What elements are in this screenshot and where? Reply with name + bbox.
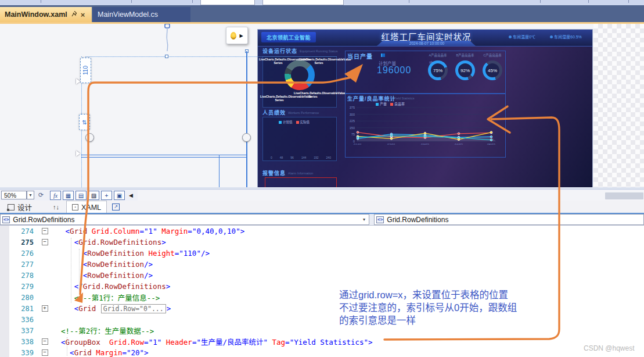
- dashboard-logo: 北京领航工业智能: [261, 32, 316, 42]
- popout-icon: ↗: [112, 204, 120, 210]
- margin-anchor-icon[interactable]: [163, 24, 171, 53]
- toolbar-separator: [409, 0, 409, 3]
- breadcrumb-left[interactable]: <> Grid.RowDefinitions ▾: [0, 214, 369, 225]
- gauge-b: 92%: [455, 60, 475, 80]
- fold-toggle-icon[interactable]: −: [42, 228, 48, 234]
- code-line[interactable]: 274− <Grid Grid.Column="1" Margin="0,40,…: [0, 226, 644, 237]
- code-line[interactable]: 278 <RowDefinition/>: [0, 270, 644, 281]
- bar-chart-icon: [381, 53, 385, 57]
- designer-toolbar: 50% ▼ ⟳ fx ▦ ▤ ▨ + ▣ ◀: [0, 189, 644, 201]
- selection-handle[interactable]: [165, 55, 168, 58]
- workers-panel-title: 人员绩效: [262, 109, 286, 116]
- editor-view-tabs: 设计 ↑↓ ▪ XAML ↗: [0, 201, 644, 213]
- series-label: LiveCharts.Defaults.ObservableValueSerie…: [259, 58, 297, 65]
- selection-top-dotted-line: [85, 56, 337, 57]
- code-line[interactable]: 275− <Grid.RowDefinitions>: [0, 237, 644, 248]
- zoom-level-combo[interactable]: 50%: [1, 191, 27, 199]
- indent-guide: [67, 337, 67, 356]
- indent-guide: [71, 238, 71, 303]
- gridline-adorner-circle[interactable]: [85, 133, 94, 142]
- fold-toggle-icon[interactable]: −: [42, 338, 48, 345]
- breadcrumb-right-label: Grid.RowDefinitions: [387, 216, 448, 224]
- legend-swatch: [279, 121, 282, 124]
- toolbar-separator: [41, 0, 41, 3]
- wpf-dashboard-preview[interactable]: 北京领航工业智能 红塔工厂车间实时状况 2024-08-07 10:00:00 …: [257, 29, 593, 189]
- fx-button[interactable]: fx: [50, 191, 61, 200]
- toolbar-separator: [588, 0, 589, 3]
- dashboard-date-banner: 2024-08-07 10:00:00: [377, 41, 476, 46]
- annotation-note: 通过grid.row=x，来设置位于表格的位置不过要注意的，索引标号从0开始，跟…: [339, 288, 554, 327]
- svg-text:75: 75: [351, 133, 355, 136]
- grid-row-line: [81, 157, 247, 158]
- gauge-a-label: A产品良品率: [424, 53, 451, 58]
- xaml-view-icon: ▪: [72, 204, 78, 210]
- fold-toggle-icon[interactable]: −: [42, 349, 48, 356]
- alarm-panel-subtitle: Alarm Information: [288, 172, 313, 175]
- breadcrumb-right[interactable]: <> Grid.RowDefinitions: [374, 214, 644, 225]
- droplet-icon: [550, 35, 553, 38]
- toolbar-combo-2[interactable]: [262, 0, 344, 5]
- designer-hscrollbar-thumb[interactable]: [605, 192, 643, 199]
- workers-x-axis: 04896144192240: [271, 156, 331, 159]
- swap-panes-button[interactable]: ↑↓: [48, 201, 64, 213]
- svg-text:150: 150: [350, 126, 355, 130]
- toolbar-separator: [628, 0, 629, 3]
- design-surface: 北京领航工业智能 红塔工厂车间实时状况 2024-08-07 10:00:00 …: [0, 24, 644, 189]
- xml-tag-icon: <>: [376, 216, 384, 223]
- gauge-b-label: B产品良品率: [452, 53, 478, 58]
- workers-legend: 计划值实际值: [275, 120, 310, 124]
- svg-text:225: 225: [350, 119, 355, 123]
- xaml-breadcrumb-row: <> Grid.RowDefinitions ▾ <> Grid.RowDefi…: [0, 214, 644, 226]
- document-tab-strip: MainWindow.xaml × MainViewModel.cs: [0, 5, 644, 22]
- tab-mainwindow-xaml[interactable]: MainWindow.xaml ×: [0, 7, 92, 22]
- grid-marker-triangle[interactable]: [76, 78, 80, 84]
- fold-toggle-icon[interactable]: +: [42, 305, 48, 312]
- toolbar-separator: [192, 0, 193, 3]
- snap-grid-button[interactable]: ▨: [88, 191, 99, 200]
- row-splitter-icon[interactable]: ⇅: [79, 114, 90, 130]
- close-icon[interactable]: ×: [81, 11, 85, 19]
- tab-xaml-view[interactable]: ▪ XAML: [66, 201, 107, 213]
- svg-text:375: 375: [350, 106, 355, 109]
- grid-options-button[interactable]: ▤: [75, 191, 87, 200]
- refresh-icon[interactable]: ⟳: [38, 191, 44, 199]
- popout-editor-button[interactable]: ↗: [107, 201, 125, 213]
- legend-swatch: [296, 121, 299, 124]
- grid-marker-triangle[interactable]: [76, 151, 80, 156]
- designer-hscrollbar-track[interactable]: [138, 190, 644, 201]
- series-label: LiveCharts.Defaults.ObservableValueSerie…: [300, 58, 338, 65]
- tab-label: MainViewModel.cs: [98, 10, 158, 19]
- code-line[interactable]: 339− <Grid Margin="20">: [0, 347, 644, 357]
- today-panel-title: 当日产量: [347, 52, 373, 60]
- env-temperature: 车间温度0℃: [509, 34, 535, 40]
- toolbar-separator: [540, 0, 541, 3]
- gauge-a: 75%: [428, 60, 448, 80]
- zoom-dropdown-arrow[interactable]: ▼: [27, 191, 34, 199]
- env-humidity: 车间湿度60.5%: [550, 34, 582, 40]
- code-line[interactable]: 276 <RowDefinition Height="110"/>: [0, 248, 644, 259]
- code-line[interactable]: 277 <RowDefinition/>: [0, 259, 644, 270]
- breadcrumb-dropdown-arrow[interactable]: ▾: [363, 217, 365, 222]
- svg-text:04/02: 04/02: [455, 143, 463, 145]
- artboard-transparency-checker: [593, 24, 644, 187]
- tab-design-view[interactable]: 设计: [2, 201, 37, 213]
- quick-actions-popup[interactable]: ▶: [226, 27, 248, 44]
- code-line[interactable]: 338− <GroupBox Grid.Row="1" Header="生产量/…: [0, 336, 644, 347]
- fold-toggle-icon[interactable]: −: [42, 239, 48, 245]
- toolbar-combo-1[interactable]: [200, 0, 255, 5]
- artboard-button[interactable]: ▣: [114, 191, 125, 200]
- pin-icon[interactable]: [71, 11, 77, 18]
- xml-tag-icon: <>: [2, 216, 10, 223]
- equipment-panel-title: 设备运行状态: [262, 47, 297, 55]
- design-view-icon: [8, 204, 15, 210]
- tab-mainviewmodel-cs[interactable]: MainViewModel.cs: [93, 7, 190, 22]
- row-height-adorner[interactable]: 110: [80, 58, 91, 83]
- workers-panel-subtitle: Workers Performance: [288, 111, 319, 115]
- gridline-adorner-circle[interactable]: [242, 133, 251, 142]
- selection-right-edge: [246, 51, 247, 187]
- collapse-panel-arrow[interactable]: ◀: [129, 192, 133, 198]
- tab-label: MainWindow.xaml: [5, 10, 67, 19]
- expand-arrow-icon[interactable]: ▶: [239, 33, 243, 38]
- snaplines-button[interactable]: +: [101, 191, 112, 200]
- grid-button[interactable]: ▦: [63, 191, 74, 200]
